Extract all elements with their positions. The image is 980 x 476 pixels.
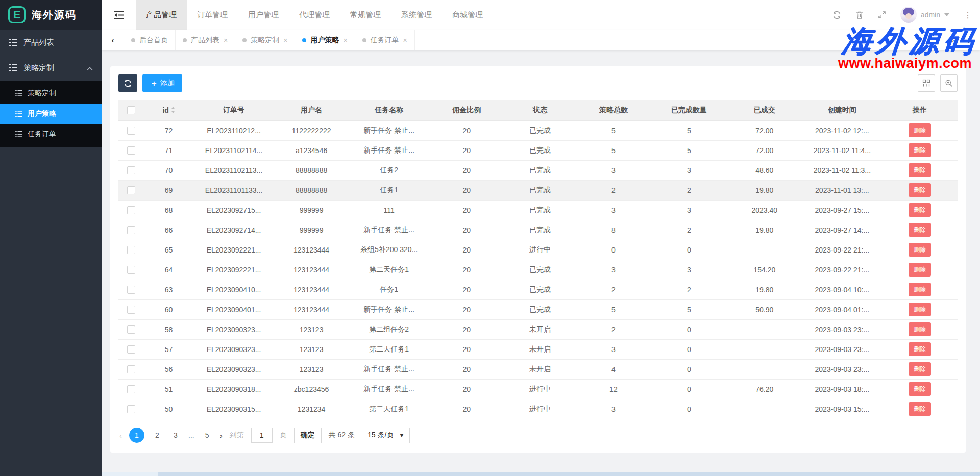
row-checkbox[interactable] (127, 325, 135, 334)
tab-scroll-left-icon[interactable]: ‹ (102, 36, 124, 44)
row-checkbox[interactable] (127, 286, 135, 294)
select-all-checkbox[interactable] (127, 106, 135, 114)
row-checkbox[interactable] (127, 405, 135, 413)
delete-button[interactable]: 删除 (909, 342, 931, 356)
row-checkbox-cell (118, 260, 143, 280)
sidebar-item-product-list[interactable]: 产品列表 (0, 30, 102, 55)
row-checkbox[interactable] (127, 166, 135, 174)
delete-button[interactable]: 删除 (909, 183, 931, 197)
row-checkbox[interactable] (127, 226, 135, 234)
delete-button[interactable]: 删除 (909, 402, 931, 416)
fullscreen-icon[interactable] (878, 11, 886, 19)
delete-button[interactable]: 删除 (909, 322, 931, 336)
tab-0[interactable]: 后台首页 (124, 30, 176, 50)
row-checkbox-cell (118, 140, 143, 160)
close-icon[interactable]: × (224, 36, 228, 44)
tab-4[interactable]: 任务订单× (355, 30, 415, 50)
column-header-label: 操作 (913, 106, 927, 115)
sidebar-subitem-label: 任务订单 (28, 130, 56, 139)
top-menu-item-2[interactable]: 用户管理 (238, 0, 289, 30)
cell-total: 3 (576, 339, 651, 359)
delete-button[interactable]: 删除 (909, 143, 931, 157)
per-page-select[interactable]: 15 条/页 ▼ (362, 428, 410, 443)
cell-id: 51 (143, 379, 194, 399)
cell-order: EL20231102114... (194, 140, 274, 160)
row-checkbox-cell (118, 359, 143, 379)
tab-scroll-right-icon[interactable]: › (946, 36, 960, 44)
top-menu-item-1[interactable]: 订单管理 (187, 0, 238, 30)
sidebar-item-strategy[interactable]: 策略定制 (0, 55, 102, 81)
page-number-2[interactable]: 2 (152, 431, 163, 439)
prev-page-icon[interactable]: ‹ (119, 431, 122, 440)
top-menu-item-5[interactable]: 系统管理 (391, 0, 442, 30)
refresh-table-button[interactable] (118, 74, 137, 92)
tab-label: 任务订单 (371, 36, 399, 45)
refresh-icon[interactable] (832, 11, 841, 19)
add-button[interactable]: ＋ 添加 (142, 74, 182, 92)
delete-button[interactable]: 删除 (909, 263, 931, 277)
goto-page-input[interactable] (251, 428, 273, 443)
row-checkbox[interactable] (127, 266, 135, 274)
top-menu-item-6[interactable]: 商城管理 (442, 0, 493, 30)
tab-2[interactable]: 策略定制× (235, 30, 295, 50)
cell-user: 123123444 (274, 240, 349, 260)
delete-button[interactable]: 删除 (909, 203, 931, 217)
top-menu-item-0[interactable]: 产品管理 (136, 0, 187, 30)
sidebar: E 海外源码 产品列表 策略定制 策略定制用户策略任务订单 (0, 0, 102, 476)
row-checkbox[interactable] (127, 146, 135, 155)
page-number-1[interactable]: 1 (129, 428, 144, 443)
top-menu-item-3[interactable]: 代理管理 (289, 0, 340, 30)
page-number-3[interactable]: 3 (170, 431, 181, 439)
close-icon[interactable]: × (403, 36, 407, 44)
delete-button[interactable]: 删除 (909, 303, 931, 316)
top-menu-item-4[interactable]: 常规管理 (340, 0, 391, 30)
row-checkbox[interactable] (127, 306, 135, 314)
cell-order: EL2023110212... (194, 120, 274, 140)
row-checkbox[interactable] (127, 186, 135, 194)
bottom-scroll-strip[interactable] (102, 472, 980, 476)
cell-created: 2023-09-27 14:... (802, 220, 882, 240)
delete-button[interactable]: 删除 (909, 223, 931, 237)
delete-button[interactable]: 删除 (909, 283, 931, 296)
tabs: 后台首页产品列表×策略定制×用户策略×任务订单× (124, 30, 415, 50)
collapse-sidebar-icon[interactable] (102, 11, 136, 19)
cell-status: 已完成 (504, 140, 576, 160)
sort-icon[interactable] (171, 107, 175, 113)
sidebar-subitem-2[interactable]: 任务订单 (0, 124, 102, 144)
row-checkbox[interactable] (127, 206, 135, 214)
tab-1[interactable]: 产品列表× (176, 30, 235, 50)
cell-volume (727, 359, 802, 379)
delete-button[interactable]: 删除 (909, 123, 931, 137)
delete-button[interactable]: 删除 (909, 362, 931, 376)
user-menu[interactable]: admin (900, 7, 949, 23)
brand-logo[interactable]: E 海外源码 (0, 0, 102, 30)
cell-done: 0 (651, 359, 727, 379)
page-ellipsis: ... (188, 431, 194, 439)
more-options-icon[interactable]: ⋮ (964, 10, 972, 20)
row-checkbox[interactable] (127, 246, 135, 254)
trash-icon[interactable] (855, 11, 864, 19)
toggle-columns-button[interactable] (918, 74, 935, 92)
page-number-5[interactable]: 5 (202, 431, 213, 439)
row-checkbox[interactable] (127, 385, 135, 393)
confirm-page-button[interactable]: 确定 (294, 428, 322, 443)
close-icon[interactable]: × (283, 36, 287, 44)
top-navbar: 产品管理订单管理用户管理代理管理常规管理系统管理商城管理 admin ⋮ (102, 0, 980, 30)
sidebar-subitem-1[interactable]: 用户策略 (0, 104, 102, 124)
next-page-icon[interactable]: › (220, 431, 223, 440)
cell-order: EL2023092714... (194, 220, 274, 240)
delete-button[interactable]: 删除 (909, 163, 931, 177)
delete-button[interactable]: 删除 (909, 382, 931, 396)
row-checkbox[interactable] (127, 127, 135, 135)
row-checkbox[interactable] (127, 345, 135, 354)
close-icon[interactable]: × (343, 36, 347, 44)
cell-volume: 19.80 (727, 220, 802, 240)
tab-3[interactable]: 用户策略× (295, 30, 355, 50)
delete-button[interactable]: 删除 (909, 243, 931, 257)
sidebar-subitem-0[interactable]: 策略定制 (0, 83, 102, 104)
row-checkbox-cell (118, 399, 143, 419)
cell-status: 未开启 (504, 359, 576, 379)
search-button[interactable] (940, 74, 958, 92)
tab-more-icon[interactable]: ⌄ (962, 36, 975, 44)
row-checkbox[interactable] (127, 365, 135, 373)
